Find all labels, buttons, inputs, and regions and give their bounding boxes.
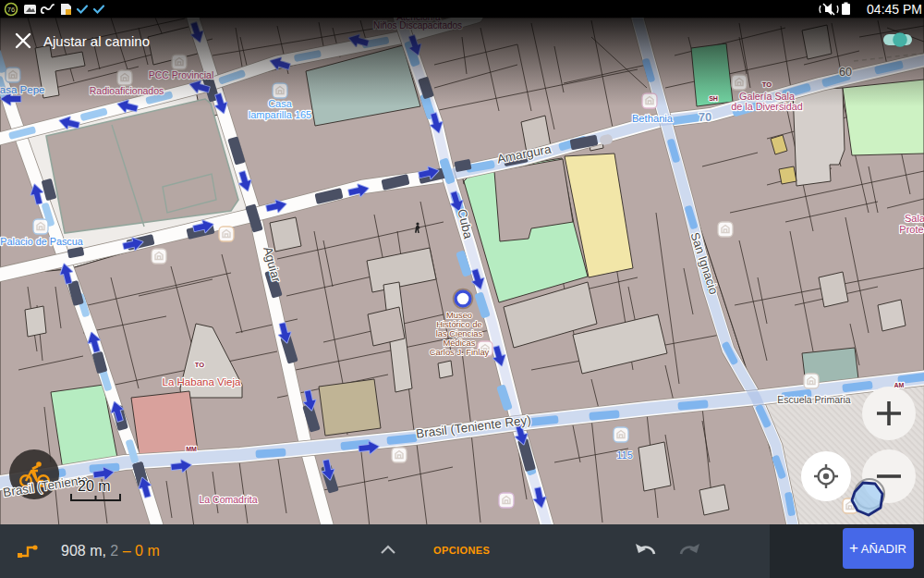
svg-text:20 m: 20 m <box>78 478 111 494</box>
svg-text:La Habana Vieja: La Habana Vieja <box>163 376 241 387</box>
svg-text:Protecc: Protecc <box>899 224 924 235</box>
svg-text:76: 76 <box>7 6 15 14</box>
svg-text:Bethania: Bethania <box>632 113 674 124</box>
svg-text:Sala: Sala <box>905 213 924 224</box>
svg-text:Escuela Primaria: Escuela Primaria <box>777 394 851 405</box>
svg-text:908 m, 2 – 0 m: 908 m, 2 – 0 m <box>61 543 160 559</box>
svg-text:Carlos J. Finlay: Carlos J. Finlay <box>430 347 490 357</box>
svg-text:+ AÑADIR: + AÑADIR <box>849 539 906 557</box>
svg-text:OPCIONES: OPCIONES <box>433 545 490 556</box>
svg-text:lamparilla 165: lamparilla 165 <box>249 109 311 120</box>
svg-text:Palacio de Pascua: Palacio de Pascua <box>0 236 82 247</box>
svg-text:04:45 PM: 04:45 PM <box>867 2 922 17</box>
svg-text:70: 70 <box>699 110 711 124</box>
svg-text:La Comadrita: La Comadrita <box>199 494 257 505</box>
svg-text:115: 115 <box>616 449 633 461</box>
svg-text:Ajustar al camino: Ajustar al camino <box>43 33 150 49</box>
svg-text:TO: TO <box>195 361 204 369</box>
svg-text:MM: MM <box>186 446 197 452</box>
